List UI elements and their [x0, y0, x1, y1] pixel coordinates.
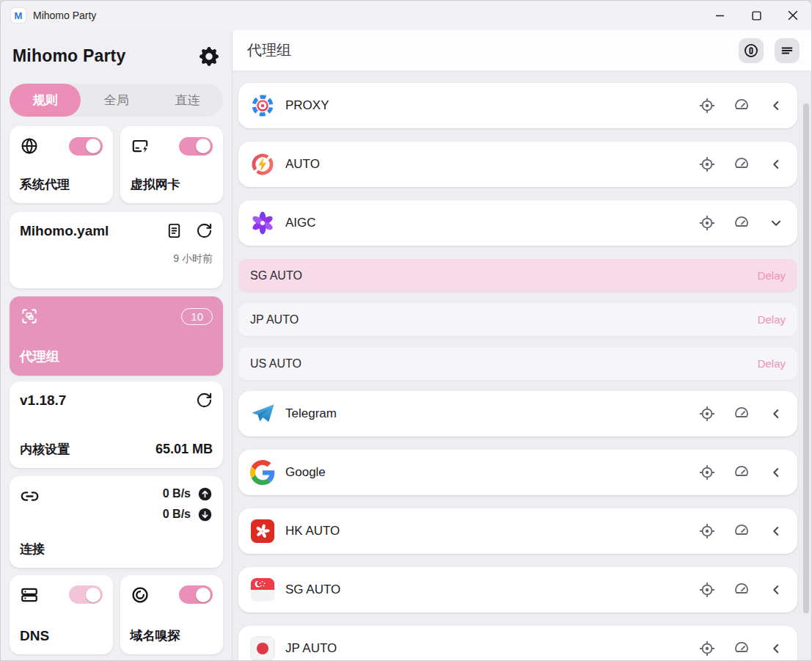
group-name: AUTO [285, 157, 320, 172]
proxy-item-us-auto[interactable]: US AUTO Delay [238, 347, 797, 380]
tun-toggle[interactable] [179, 137, 213, 156]
titlebar: M Mihomo Party [1, 1, 811, 30]
locate-icon[interactable] [699, 156, 715, 172]
proxy-name: US AUTO [250, 357, 301, 370]
group-row-proxy[interactable]: PROXY [238, 83, 797, 128]
chevron-left-icon[interactable] [768, 582, 784, 598]
tun-card[interactable]: 虚拟网卡 [120, 126, 224, 203]
sidebar: Mihomo Party 规则 全局 直连 系统代理 [1, 30, 233, 660]
core-settings-card[interactable]: v1.18.7 内核设置 65.01 MB [10, 381, 223, 467]
chevron-left-icon[interactable] [768, 156, 784, 172]
settings-gear-icon[interactable] [200, 47, 219, 66]
speedtest-icon[interactable] [734, 464, 750, 481]
speedtest-icon[interactable] [734, 215, 750, 231]
speedtest-icon[interactable] [734, 523, 750, 539]
proxy-item-sg-auto[interactable]: SG AUTO Delay [238, 259, 797, 292]
google-icon [250, 460, 275, 485]
app-title: Mihomo Party [12, 46, 125, 66]
sniffer-toggle[interactable] [179, 585, 213, 604]
locate-icon[interactable] [699, 406, 715, 422]
dns-label: DNS [20, 628, 103, 644]
dns-server-icon [20, 585, 39, 605]
proxy-groups-nav-label: 代理组 [20, 348, 213, 365]
locate-icon[interactable] [699, 215, 715, 231]
chevron-left-icon[interactable] [768, 523, 784, 539]
locate-icon[interactable] [699, 98, 715, 114]
app-window: M Mihomo Party Mihomo Party 规则 全局 直连 [0, 0, 812, 661]
chevron-left-icon[interactable] [768, 464, 784, 481]
jp-flag-icon [250, 636, 275, 660]
speedtest-icon[interactable] [734, 582, 750, 598]
group-row-aigc[interactable]: AIGC [238, 200, 797, 246]
system-proxy-card[interactable]: 系统代理 [10, 126, 113, 203]
dns-card[interactable]: DNS [10, 575, 113, 654]
chevron-left-icon[interactable] [768, 406, 784, 422]
list-lines-icon [779, 43, 795, 59]
virtual-nic-icon [131, 136, 150, 156]
auto-bolt-icon [250, 152, 275, 177]
speedtest-icon[interactable] [734, 98, 750, 114]
core-restart-icon[interactable] [196, 392, 213, 409]
proxy-item-jp-auto[interactable]: JP AUTO Delay [238, 303, 797, 336]
upload-speed: 0 B/s [163, 487, 191, 500]
page-title: 代理组 [247, 40, 291, 60]
group-name: Google [285, 465, 326, 480]
sniffer-card[interactable]: 域名嗅探 [120, 575, 224, 654]
connections-card[interactable]: 0 B/s 0 B/s 连接 [10, 476, 223, 568]
upload-arrow-icon [197, 486, 213, 502]
group-row-telegram[interactable]: Telegram [238, 391, 797, 437]
delay-label[interactable]: Delay [758, 313, 786, 326]
proxy-groups-nav-card[interactable]: 10 代理组 [10, 296, 223, 376]
main-header: 代理组 [233, 30, 811, 71]
globe-icon [20, 136, 39, 156]
system-proxy-toggle[interactable] [69, 137, 103, 156]
group-name: AIGC [285, 216, 316, 230]
proxy-groups-icon [20, 307, 39, 326]
chevron-left-icon[interactable] [768, 640, 784, 657]
tab-rule-mode[interactable]: 规则 [10, 84, 81, 117]
tab-direct-mode[interactable]: 直连 [152, 84, 223, 117]
scrollbar-thumb[interactable] [803, 103, 809, 613]
profile-name: Mihomo.yaml [20, 223, 109, 239]
locate-icon[interactable] [699, 640, 715, 657]
core-memory-usage: 65.01 MB [156, 442, 213, 457]
group-row-hk-auto[interactable]: HK AUTO [238, 508, 797, 554]
dns-toggle[interactable] [69, 585, 103, 604]
group-name: SG AUTO [285, 583, 340, 597]
proxy-group-list: PROXY AUTO [233, 71, 811, 660]
group-name: HK AUTO [285, 524, 340, 538]
group-name: JP AUTO [285, 641, 337, 656]
group-row-jp-auto[interactable]: JP AUTO [238, 626, 797, 660]
close-button[interactable] [775, 1, 811, 30]
delay-label[interactable]: Delay [758, 269, 786, 282]
sniffer-icon [131, 585, 150, 605]
locate-icon[interactable] [699, 523, 715, 539]
speedtest-icon[interactable] [734, 406, 750, 422]
speedtest-icon[interactable] [734, 156, 750, 172]
profile-edit-icon[interactable] [166, 222, 183, 239]
chevron-left-icon[interactable] [768, 98, 784, 114]
profile-card[interactable]: Mihomo.yaml 9 小时前 [10, 212, 223, 288]
group-row-google[interactable]: Google [238, 450, 797, 495]
hk-flag-icon [250, 519, 275, 544]
group-name: PROXY [285, 98, 329, 113]
group-name: Telegram [285, 406, 337, 421]
outbound-mode-tabs: 规则 全局 直连 [10, 84, 223, 117]
connections-label: 连接 [20, 541, 213, 558]
group-row-sg-auto[interactable]: SG AUTO [238, 567, 797, 613]
core-version: v1.18.7 [20, 392, 66, 409]
delay-label[interactable]: Delay [758, 357, 786, 370]
proxy-wheel-icon [250, 93, 275, 118]
detail-list-button[interactable] [775, 38, 800, 63]
maximize-button[interactable] [738, 1, 775, 30]
column-width-button[interactable] [739, 38, 764, 63]
speedtest-icon[interactable] [734, 640, 750, 657]
telegram-icon [250, 401, 275, 426]
locate-icon[interactable] [699, 464, 715, 481]
chevron-down-icon[interactable] [768, 215, 784, 231]
locate-icon[interactable] [699, 582, 715, 598]
profile-refresh-icon[interactable] [196, 222, 213, 239]
minimize-button[interactable] [701, 1, 738, 30]
group-row-auto[interactable]: AUTO [238, 142, 797, 187]
tab-global-mode[interactable]: 全局 [81, 84, 152, 117]
